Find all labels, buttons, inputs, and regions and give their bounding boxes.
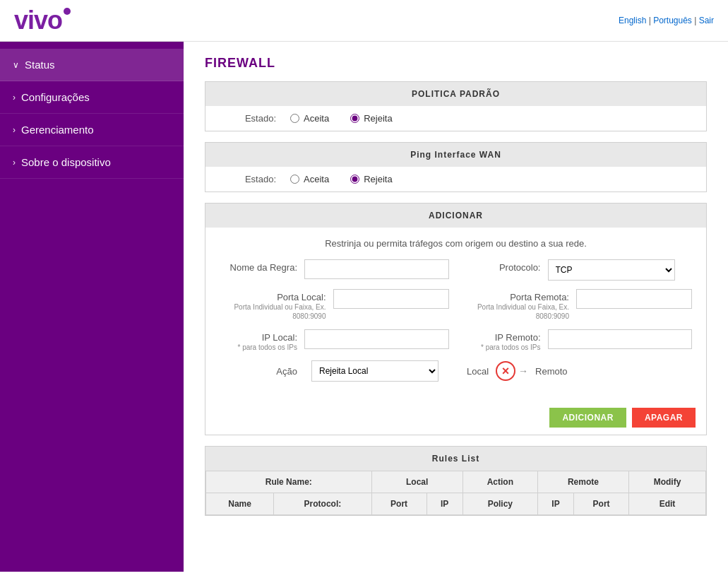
adicionar-description: Restrinja ou permita tráfegos com origem… xyxy=(220,238,692,249)
ping-section: Ping Interface WAN Estado: Aceita Rejeit… xyxy=(205,142,707,192)
acao-row: Ação Rejeita Local Aceita Local Rejeita … xyxy=(220,360,692,382)
porta-local-label-block: Porta Local: Porta Individual ou Faixa, … xyxy=(220,289,326,321)
language-links: English | Português | Sair xyxy=(619,16,714,25)
toggle-remote-label: Remoto xyxy=(535,366,568,377)
adicionar-section: ADICIONAR Restrinja ou permita tráfegos … xyxy=(205,203,707,435)
lang-portuguese-link[interactable]: Português xyxy=(653,16,692,25)
rules-list-section: Rules List Rule Name: Local Action Remot… xyxy=(205,446,707,516)
ping-aceita-label: Aceita xyxy=(304,174,329,184)
form-col-protocolo: Protocolo: TCP UDP ICMP ALL xyxy=(463,259,693,281)
sidebar-arrow-status: ∨ xyxy=(13,60,19,70)
politica-radio-group: Aceita Rejeita xyxy=(290,113,393,124)
form-row-portas: Porta Local: Porta Individual ou Faixa, … xyxy=(220,289,692,321)
apagar-button[interactable]: APAGAR xyxy=(632,408,696,428)
politica-estado-row: Estado: Aceita Rejeita xyxy=(205,106,706,131)
logo-text: vivo xyxy=(14,6,62,35)
ping-rejeita-label: Rejeita xyxy=(364,174,392,184)
porta-local-input[interactable] xyxy=(333,289,449,309)
form-col-porta-remota: Porta Remota: Porta Individual ou Faixa,… xyxy=(463,289,693,321)
col-modify: Modify xyxy=(629,471,706,493)
adicionar-button[interactable]: ADICIONAR xyxy=(549,408,626,428)
logo-dot xyxy=(64,8,71,15)
ping-aceita-option[interactable]: Aceita xyxy=(290,174,329,184)
protocolo-label-block: Protocolo: xyxy=(463,259,541,273)
sub-col-edit: Edit xyxy=(629,493,706,515)
logo: vivo xyxy=(14,6,71,35)
porta-local-sublabel: Porta Individual ou Faixa, Ex. 8080:9090 xyxy=(220,302,326,321)
ping-header: Ping Interface WAN xyxy=(205,143,706,167)
ping-rejeita-option[interactable]: Rejeita xyxy=(350,174,392,184)
sidebar-arrow-sobre: › xyxy=(13,158,16,167)
porta-remota-sublabel: Porta Individual ou Faixa, Ex. 8080:9090 xyxy=(463,302,570,321)
toggle-button[interactable] xyxy=(496,361,515,381)
ip-remoto-label: IP Remoto: xyxy=(463,332,541,343)
ping-estado-label: Estado: xyxy=(220,174,290,184)
sidebar-label-sobre: Sobre o dispositivo xyxy=(21,156,111,168)
protocolo-label: Protocolo: xyxy=(463,262,541,273)
politica-section: POLITICA PADRÃO Estado: Aceita Rejeita xyxy=(205,81,707,131)
ip-remoto-sublabel: * para todos os IPs xyxy=(463,343,541,352)
col-rule-name: Rule Name: xyxy=(206,471,372,493)
politica-rejeita-radio[interactable] xyxy=(350,114,359,123)
ping-radio-group: Aceita Rejeita xyxy=(290,174,393,184)
sidebar-item-status[interactable]: ∨ Status xyxy=(0,49,184,81)
politica-rejeita-option[interactable]: Rejeita xyxy=(350,113,392,124)
porta-remota-input[interactable] xyxy=(576,289,692,309)
ip-remoto-input[interactable] xyxy=(548,329,693,349)
sidebar-arrow-gerenciamento: › xyxy=(13,125,16,135)
porta-remota-label: Porta Remota: xyxy=(463,292,570,302)
top-bar: vivo English | Português | Sair xyxy=(0,0,728,42)
form-col-ip-local: IP Local: * para todos os IPs xyxy=(220,329,449,352)
form-row-nome-protocolo: Nome da Regra: Protocolo: TCP UDP ICMP A… xyxy=(220,259,692,281)
sidebar-item-gerenciamento[interactable]: › Gerenciamento xyxy=(0,114,184,146)
sub-col-ip: IP xyxy=(426,493,463,515)
ping-aceita-radio[interactable] xyxy=(290,175,299,184)
nome-label: Nome da Regra: xyxy=(220,262,297,273)
adicionar-header: ADICIONAR xyxy=(205,204,706,228)
acao-select[interactable]: Rejeita Local Aceita Local Rejeita Remot… xyxy=(311,360,438,382)
nome-label-block: Nome da Regra: xyxy=(220,259,297,273)
politica-header: POLITICA PADRÃO xyxy=(205,82,706,106)
lang-exit-link[interactable]: Sair xyxy=(699,16,714,25)
sub-col-name: Name xyxy=(206,493,274,515)
toggle-control: → xyxy=(496,361,528,381)
sub-col-policy: Policy xyxy=(463,493,537,515)
col-local: Local xyxy=(371,471,463,493)
politica-estado-label: Estado: xyxy=(220,113,290,124)
politica-rejeita-label: Rejeita xyxy=(364,113,392,124)
toggle-section: Local → Remoto xyxy=(467,361,568,381)
rules-table-header-row2: Name Protocol: Port IP Policy IP Port Ed… xyxy=(206,493,706,515)
sidebar-arrow-configuracoes: › xyxy=(13,93,16,102)
ping-rejeita-radio[interactable] xyxy=(350,175,359,184)
protocolo-select[interactable]: TCP UDP ICMP ALL xyxy=(548,259,675,281)
nome-da-regra-input[interactable] xyxy=(304,259,449,279)
sub-col-port: Port xyxy=(371,493,426,515)
porta-local-label: Porta Local: xyxy=(220,292,326,302)
sub-col-port2: Port xyxy=(574,493,629,515)
ip-local-input[interactable] xyxy=(304,329,449,349)
toggle-arrow-icon: → xyxy=(518,365,528,377)
politica-aceita-radio[interactable] xyxy=(290,114,299,123)
ping-estado-row: Estado: Aceita Rejeita xyxy=(205,167,706,192)
main-layout: ∨ Status › Configurações › Gerenciamento… xyxy=(0,42,728,572)
content-area: FIREWALL POLITICA PADRÃO Estado: Aceita … xyxy=(184,42,728,572)
sidebar-label-status: Status xyxy=(25,59,55,71)
lang-english-link[interactable]: English xyxy=(619,16,646,25)
col-action: Action xyxy=(463,471,537,493)
ip-remoto-label-block: IP Remoto: * para todos os IPs xyxy=(463,329,541,352)
rules-table: Rule Name: Local Action Remote Modify Na… xyxy=(205,471,706,515)
col-remote: Remote xyxy=(537,471,628,493)
ip-local-sublabel: * para todos os IPs xyxy=(220,343,297,352)
form-row-ips: IP Local: * para todos os IPs IP Remoto:… xyxy=(220,329,692,352)
politica-aceita-option[interactable]: Aceita xyxy=(290,113,329,124)
sidebar-label-gerenciamento: Gerenciamento xyxy=(21,124,94,136)
ip-local-label: IP Local: xyxy=(220,332,297,343)
sub-col-protocol: Protocol: xyxy=(274,493,371,515)
form-col-ip-remoto: IP Remoto: * para todos os IPs xyxy=(463,329,693,352)
toggle-local-label: Local xyxy=(467,366,489,377)
sidebar-item-configuracoes[interactable]: › Configurações xyxy=(0,81,184,114)
sidebar-item-sobre[interactable]: › Sobre o dispositivo xyxy=(0,146,184,179)
rules-table-header-row1: Rule Name: Local Action Remote Modify xyxy=(206,471,706,493)
sidebar: ∨ Status › Configurações › Gerenciamento… xyxy=(0,42,184,572)
page-title: FIREWALL xyxy=(205,56,707,71)
